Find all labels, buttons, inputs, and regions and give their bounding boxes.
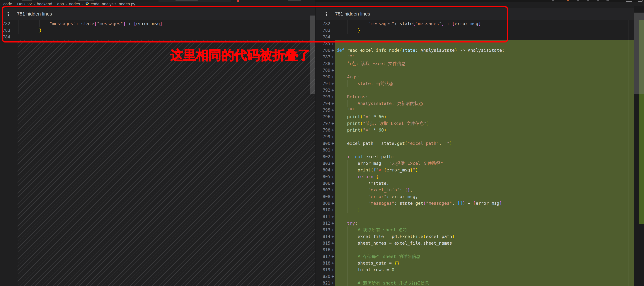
- line-number[interactable]: 813: [316, 226, 330, 233]
- toolbar-icon[interactable]: [577, 0, 579, 1]
- code-line-819[interactable]: 819+ total_rows = 0: [316, 266, 644, 273]
- code-line-793[interactable]: 793+ Returns:: [316, 94, 644, 100]
- code-line-792[interactable]: 792+: [316, 87, 644, 94]
- code-text[interactable]: }: [336, 27, 360, 34]
- split-editor-icon[interactable]: [626, 0, 632, 2]
- line-number[interactable]: 784: [316, 34, 330, 40]
- code-text[interactable]: "messages": state.get("messages", []) + …: [336, 200, 502, 206]
- toolbar-icon[interactable]: [597, 0, 599, 1]
- line-number[interactable]: 809: [316, 200, 330, 206]
- code-line-808[interactable]: 808+ "error": error_msg,: [316, 193, 644, 200]
- code-line-807[interactable]: 807+ "excel_info": {},: [316, 186, 644, 193]
- line-number[interactable]: 784: [2, 34, 10, 40]
- code-line-797[interactable]: 797+ print("节点: 读取 Excel 文件信息"): [316, 120, 644, 127]
- code-text[interactable]: Returns:: [336, 94, 368, 100]
- line-number[interactable]: 783: [316, 27, 330, 34]
- line-number[interactable]: 791: [316, 80, 330, 87]
- code-line-782[interactable]: 782 "messages": state["messages"] + [err…: [0, 20, 316, 27]
- code-line-806[interactable]: 806+ **state,: [316, 180, 644, 186]
- code-line-809[interactable]: 809+ "messages": state.get("messages", […: [316, 200, 644, 206]
- line-number[interactable]: 816: [316, 246, 330, 253]
- code-text[interactable]: # 存储每个 sheet 的详细信息: [336, 253, 420, 260]
- code-text[interactable]: sheet_names = excel_file.sheet_names: [336, 240, 452, 246]
- right-scrollbar[interactable]: [634, 6, 644, 286]
- code-line-812[interactable]: 812+ try:: [316, 220, 644, 226]
- line-number[interactable]: 798: [316, 127, 330, 134]
- line-number[interactable]: 786: [316, 47, 330, 54]
- code-line-787[interactable]: 787+ """: [316, 54, 644, 60]
- code-text[interactable]: print(f"✗ {error_msg}"): [336, 167, 418, 173]
- line-number[interactable]: 820: [316, 273, 330, 280]
- line-number[interactable]: 800: [316, 140, 330, 147]
- code-text[interactable]: """: [336, 107, 355, 114]
- code-text[interactable]: "error": error_msg,: [336, 193, 418, 200]
- code-line-790[interactable]: 790+ Args:: [316, 74, 644, 80]
- line-number[interactable]: 807: [316, 186, 330, 193]
- code-line-802[interactable]: 802+ if not excel_path:: [316, 153, 644, 160]
- code-line-782[interactable]: 782 "messages": state["messages"] + [err…: [316, 20, 644, 27]
- code-text[interactable]: print("节点: 读取 Excel 文件信息"): [336, 120, 429, 127]
- code-text[interactable]: # 遍历所有 sheet 并提取详细信息: [336, 280, 429, 286]
- code-text[interactable]: excel_path = state.get("excel_path", ""): [336, 140, 452, 147]
- left-scrollbar-thumb[interactable]: [310, 16, 315, 94]
- unfold-icon[interactable]: [324, 12, 329, 16]
- line-number[interactable]: 799: [316, 134, 330, 140]
- code-line-796[interactable]: 796+ print("=" * 60): [316, 114, 644, 120]
- line-number[interactable]: 803: [316, 160, 330, 167]
- line-number[interactable]: 819: [316, 266, 330, 273]
- code-line-789[interactable]: 789+: [316, 67, 644, 74]
- breadcrumb-item-nodes[interactable]: nodes: [69, 2, 80, 6]
- code-text[interactable]: AnalysisState: 更新后的状态: [336, 100, 423, 107]
- pane-divider[interactable]: [316, 2, 316, 286]
- code-line-815[interactable]: 815+ sheet_names = excel_file.sheet_name…: [316, 240, 644, 246]
- code-text[interactable]: def read_excel_info_node(state: Analysis…: [336, 47, 504, 54]
- code-line-820[interactable]: 820+: [316, 273, 644, 280]
- code-text[interactable]: error_msg = "未提供 Excel 文件路径": [336, 160, 443, 167]
- code-line-784[interactable]: 784: [316, 34, 644, 40]
- line-number[interactable]: 804: [316, 167, 330, 173]
- code-line-810[interactable]: 810+ }: [316, 206, 644, 213]
- line-number[interactable]: 802: [316, 153, 330, 160]
- code-line-816[interactable]: 816+: [316, 246, 644, 253]
- code-line-783[interactable]: 783 }: [316, 27, 644, 34]
- line-number[interactable]: 785: [316, 40, 330, 47]
- line-number[interactable]: 788: [316, 60, 330, 67]
- code-text[interactable]: # 获取所有 sheet 名称: [336, 226, 407, 233]
- line-number[interactable]: 782: [2, 20, 10, 27]
- code-line-799[interactable]: 799+: [316, 134, 644, 140]
- code-line-794[interactable]: 794+ AnalysisState: 更新后的状态: [316, 100, 644, 107]
- toolbar-icon[interactable]: [552, 0, 554, 1]
- code-text[interactable]: Args:: [336, 74, 360, 80]
- line-number[interactable]: 792: [316, 87, 330, 94]
- breadcrumb[interactable]: code›DoD_v2›backend›app›nodes› code_anal…: [0, 2, 644, 6]
- tab-partial-5[interactable]: [231, 0, 315, 2]
- line-number[interactable]: 806: [316, 180, 330, 186]
- code-text[interactable]: "messages": state["messages"] + [error_m…: [18, 20, 162, 27]
- code-line-798[interactable]: 798+ print("=" * 60): [316, 127, 644, 134]
- breadcrumb-item-code[interactable]: code: [3, 2, 12, 6]
- line-number[interactable]: 811: [316, 213, 330, 220]
- code-line-814[interactable]: 814+ excel_file = pd.ExcelFile(excel_pat…: [316, 233, 644, 240]
- breadcrumb-item-dod_v2[interactable]: DoD_v2: [17, 2, 32, 6]
- code-text[interactable]: excel_file = pd.ExcelFile(excel_path): [336, 233, 455, 240]
- code-text[interactable]: try:: [336, 220, 358, 226]
- line-number[interactable]: 789: [316, 67, 330, 74]
- line-number[interactable]: 810: [316, 206, 330, 213]
- code-text[interactable]: 节点: 读取 Excel 文件信息: [336, 60, 406, 67]
- code-text[interactable]: "excel_info": {},: [336, 186, 413, 193]
- line-number[interactable]: 787: [316, 54, 330, 60]
- hidden-lines-banner-left[interactable]: 781 hidden lines: [3, 8, 315, 20]
- code-line-805[interactable]: 805+ return {: [316, 173, 644, 180]
- code-line-786[interactable]: 786+def read_excel_info_node(state: Anal…: [316, 47, 644, 54]
- code-line-817[interactable]: 817+ # 存储每个 sheet 的详细信息: [316, 253, 644, 260]
- toolbar-icon[interactable]: [567, 0, 569, 1]
- line-number[interactable]: 783: [2, 27, 10, 34]
- line-number[interactable]: 821: [316, 280, 330, 286]
- right-scrollbar-thumb[interactable]: [634, 12, 644, 94]
- code-text[interactable]: if not excel_path:: [336, 153, 394, 160]
- code-text[interactable]: sheets_data = {}: [336, 260, 400, 266]
- breadcrumb-file[interactable]: code_analysis_nodes.py: [91, 2, 135, 6]
- code-line-784[interactable]: 784: [0, 34, 316, 40]
- code-text[interactable]: "messages": state["messages"] + [error_m…: [336, 20, 481, 27]
- code-line-801[interactable]: 801+: [316, 147, 644, 153]
